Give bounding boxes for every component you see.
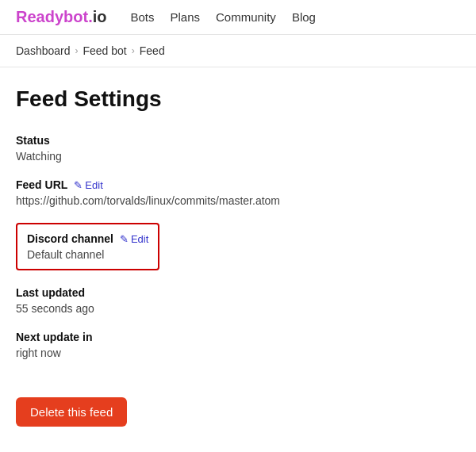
discord-edit-icon: ✎ [120, 233, 129, 245]
feed-url-value: https://github.com/torvalds/linux/commit… [16, 194, 460, 207]
breadcrumb-sep-1: › [75, 45, 79, 56]
next-update-field: Next update in right now [16, 331, 460, 359]
page-title: Feed Settings [16, 86, 460, 112]
discord-edit-label: Edit [131, 233, 148, 245]
last-updated-field: Last updated 55 seconds ago [16, 286, 460, 315]
nav-bots[interactable]: Bots [130, 10, 154, 24]
next-update-label: Next update in [16, 331, 460, 343]
logo: Readybot.io [16, 8, 106, 26]
main-content: Feed Settings Status Watching Feed URL ✎… [0, 67, 476, 446]
discord-channel-box: Discord channel ✎ Edit Default channel [16, 223, 159, 270]
edit-icon: ✎ [74, 179, 83, 191]
delete-feed-button[interactable]: Delete this feed [16, 397, 127, 427]
discord-channel-label: Discord channel [27, 232, 113, 245]
feed-url-label-text: Feed URL [16, 178, 67, 191]
header: Readybot.io Bots Plans Community Blog [0, 0, 476, 35]
last-updated-value: 55 seconds ago [16, 302, 460, 315]
next-update-value: right now [16, 347, 460, 359]
discord-label-row: Discord channel ✎ Edit [27, 232, 148, 245]
breadcrumb-current: Feed [140, 44, 165, 57]
feed-url-field: Feed URL ✎ Edit https://github.com/torva… [16, 178, 460, 207]
last-updated-label: Last updated [16, 286, 460, 299]
nav-plans[interactable]: Plans [170, 10, 200, 24]
logo-ready-text: Readybot [16, 8, 88, 25]
status-label: Status [16, 134, 460, 147]
breadcrumb-dashboard[interactable]: Dashboard [16, 44, 71, 57]
feed-url-edit-label: Edit [85, 179, 102, 191]
breadcrumb-feedbot[interactable]: Feed bot [83, 44, 127, 57]
status-field: Status Watching [16, 134, 460, 163]
breadcrumb: Dashboard › Feed bot › Feed [0, 35, 476, 67]
feed-url-edit-button[interactable]: ✎ Edit [74, 179, 102, 191]
main-nav: Bots Plans Community Blog [130, 10, 315, 24]
nav-community[interactable]: Community [216, 10, 276, 24]
discord-channel-edit-button[interactable]: ✎ Edit [120, 233, 148, 245]
nav-blog[interactable]: Blog [292, 10, 316, 24]
discord-channel-value: Default channel [27, 248, 148, 261]
feed-url-label: Feed URL ✎ Edit [16, 178, 460, 191]
status-value: Watching [16, 150, 460, 163]
breadcrumb-sep-2: › [132, 45, 135, 56]
discord-channel-field: Discord channel ✎ Edit Default channel [16, 223, 460, 270]
logo-io-text: io [93, 8, 107, 25]
